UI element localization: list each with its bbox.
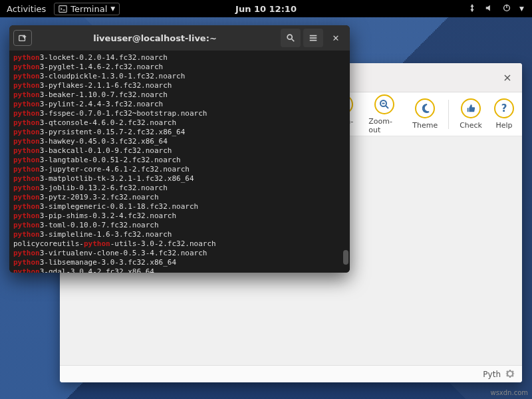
terminal-line: python3-qtconsole-4.6.0-2.fc32.noarch — [13, 118, 346, 128]
search-highlight: python — [13, 137, 40, 146]
terminal-window: liveuser@localhost-live:~ ✕ python3-lock… — [9, 25, 350, 273]
theme-icon — [415, 98, 435, 118]
top-panel: Activities Terminal ▼ Jun 10 12:10 ▼ — [0, 0, 532, 17]
zoom-out-button[interactable]: Zoom-out — [366, 94, 403, 134]
search-highlight: python — [84, 239, 110, 248]
terminal-line: python3-hawkey-0.45.0-3.fc32.x86_64 — [13, 137, 346, 146]
search-highlight: python — [13, 267, 40, 273]
search-button[interactable] — [281, 29, 301, 47]
status-text: Pyth — [483, 370, 501, 379]
terminal-line: python3-simplegeneric-0.8.1-18.fc32.noar… — [13, 202, 346, 211]
help-button[interactable]: ? Help — [491, 98, 517, 130]
search-highlight: python — [13, 63, 40, 71]
search-highlight: python — [13, 72, 40, 80]
search-highlight: python — [13, 230, 40, 239]
terminal-line: python3-virtualenv-clone-0.5.3-4.fc32.no… — [13, 249, 346, 258]
terminal-line: python3-gdal-3.0.4-2.fc32.x86_64 — [13, 267, 346, 273]
terminal-line: python3-langtable-0.0.51-2.fc32.noarch — [13, 156, 346, 165]
watermark: wsxdn.com — [490, 389, 528, 396]
system-menu-chevron-icon[interactable]: ▼ — [519, 5, 524, 12]
search-highlight: python — [13, 165, 40, 174]
terminal-line: python3-simpleline-1.6-3.fc32.noarch — [13, 230, 346, 239]
scrollbar-thumb[interactable] — [343, 250, 348, 265]
search-highlight: python — [13, 156, 40, 164]
terminal-title: liveuser@localhost-live:~ — [32, 33, 278, 43]
search-highlight: python — [13, 193, 40, 201]
terminal-titlebar[interactable]: liveuser@localhost-live:~ ✕ — [9, 25, 350, 51]
thumbs-up-icon — [461, 98, 481, 118]
terminal-icon — [59, 5, 67, 13]
search-highlight: python — [13, 221, 40, 229]
zoom-out-icon — [374, 94, 394, 114]
terminal-line: python3-libsemanage-3.0-3.fc32.x86_64 — [13, 258, 346, 267]
search-highlight: python — [13, 249, 40, 257]
new-tab-button[interactable] — [13, 30, 32, 46]
volume-icon[interactable] — [485, 3, 494, 15]
chevron-down-icon: ▼ — [110, 5, 115, 12]
close-button[interactable]: × — [497, 67, 518, 88]
terminal-output[interactable]: python3-locket-0.2.0-14.fc32.noarchpytho… — [9, 51, 350, 273]
terminal-line: python3-fsspec-0.7.0-1.fc32~bootstrap.no… — [13, 109, 346, 118]
terminal-line: python3-joblib-0.13.2-6.fc32.noarch — [13, 184, 346, 193]
menu-button[interactable] — [303, 29, 323, 47]
search-highlight: python — [13, 53, 40, 62]
search-icon — [286, 33, 295, 43]
terminal-line: python3-beaker-1.10.0-7.fc32.noarch — [13, 90, 346, 100]
clock[interactable]: Jun 10 12:10 — [235, 4, 297, 14]
check-label: Check — [460, 121, 482, 130]
theme-label: Theme — [412, 121, 438, 130]
terminal-line: python3-pylint-2.4.4-3.fc32.noarch — [13, 100, 346, 109]
terminal-line: python3-pyrsistent-0.15.7-2.fc32.x86_64 — [13, 128, 346, 137]
search-highlight: python — [13, 100, 40, 108]
network-icon[interactable] — [467, 3, 477, 15]
help-label: Help — [495, 121, 512, 130]
terminal-line: python3-backcall-0.1.0-9.fc32.noarch — [13, 146, 346, 156]
zoom-out-label: Zoom-out — [368, 117, 400, 134]
toolbar-separator — [448, 100, 449, 129]
hamburger-icon — [309, 33, 318, 43]
terminal-line: python3-cloudpickle-1.3.0-1.fc32.noarch — [13, 72, 346, 81]
close-button[interactable]: ✕ — [326, 29, 346, 47]
search-highlight: python — [13, 184, 40, 192]
terminal-line: python3-pyglet-1.4.6-2.fc32.noarch — [13, 63, 346, 72]
search-highlight: python — [13, 146, 40, 155]
terminal-line: python3-pytz-2019.3-2.fc32.noarch — [13, 193, 346, 202]
help-icon: ? — [494, 98, 514, 118]
search-highlight: python — [13, 258, 40, 267]
search-highlight: python — [13, 174, 40, 183]
check-button[interactable]: Check — [457, 98, 485, 130]
terminal-line: python3-toml-0.10.0-7.fc32.noarch — [13, 221, 346, 230]
svg-rect-0 — [59, 5, 66, 12]
search-highlight: python — [13, 211, 40, 220]
terminal-line: python3-pip-shims-0.3.2-4.fc32.noarch — [13, 211, 346, 221]
svg-line-14 — [292, 39, 295, 42]
search-highlight: python — [13, 90, 40, 99]
status-bar: Pyth — [60, 365, 522, 382]
search-highlight: python — [13, 118, 40, 127]
power-icon[interactable] — [502, 3, 511, 15]
search-highlight: python — [13, 81, 40, 90]
search-highlight: python — [13, 128, 40, 136]
svg-rect-2 — [506, 4, 507, 7]
app-menu-label: Terminal — [70, 4, 107, 14]
svg-line-8 — [386, 106, 388, 108]
search-highlight: python — [13, 109, 40, 118]
app-menu[interactable]: Terminal ▼ — [54, 3, 120, 15]
svg-point-13 — [287, 35, 292, 39]
terminal-line: python3-jupyter-core-4.6.1-2.fc32.noarch — [13, 165, 346, 174]
terminal-line: python3-matplotlib-tk-3.2.1-1.fc32.x86_6… — [13, 174, 346, 184]
theme-button[interactable]: Theme — [410, 98, 440, 130]
search-highlight: python — [13, 202, 40, 211]
terminal-line: python3-locket-0.2.0-14.fc32.noarch — [13, 53, 346, 63]
close-icon: ✕ — [332, 33, 340, 43]
terminal-line: python3-pyflakes-2.1.1-6.fc32.noarch — [13, 81, 346, 90]
activities-button[interactable]: Activities — [7, 4, 46, 14]
terminal-line: policycoreutils-python-utils-3.0-2.fc32.… — [13, 239, 346, 249]
gear-icon[interactable] — [505, 368, 517, 380]
